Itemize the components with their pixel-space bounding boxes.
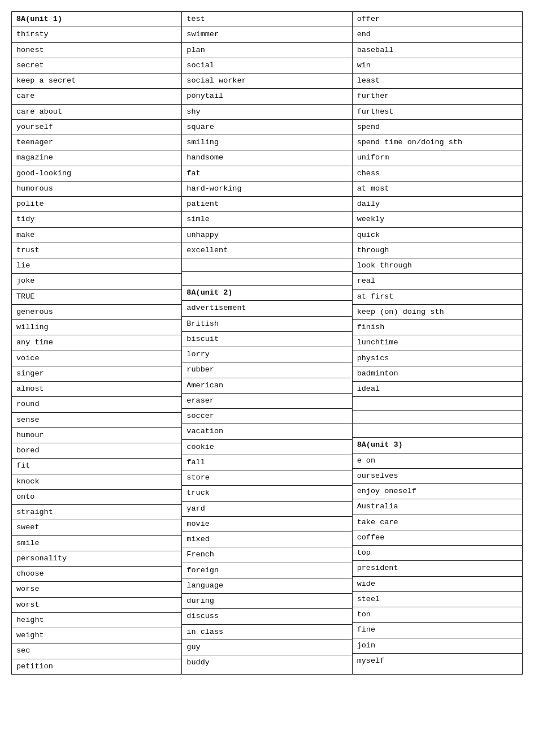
vocab-cell: physics [353, 351, 522, 366]
vocab-cell: ponytail [182, 89, 351, 104]
vocab-cell: sec [12, 643, 181, 659]
vocab-cell: round [12, 397, 181, 412]
vocab-cell: magazine [12, 150, 181, 166]
empty-cell [353, 424, 522, 438]
vocab-cell: at first [353, 290, 522, 305]
vocab-cell: tidy [12, 212, 181, 227]
vocab-cell: real [353, 274, 522, 289]
vocab-cell: singer [12, 366, 181, 382]
vocab-cell: cookie [182, 440, 351, 455]
vocab-cell: secret [12, 58, 181, 74]
vocab-cell: at most [353, 182, 522, 197]
column-1: 8A(unit 1)thirstyhonestsecretkeep a secr… [11, 11, 182, 675]
vocab-cell: end [353, 27, 522, 42]
vocab-cell: soccer [182, 409, 351, 424]
vocab-cell: teenager [12, 135, 181, 150]
vocab-cell: join [353, 638, 522, 654]
vocab-cell: least [353, 74, 522, 89]
vocab-cell: plan [182, 43, 351, 58]
vocab-cell: voice [12, 351, 181, 366]
vocab-cell: furthest [353, 105, 522, 120]
vocab-cell: myself [353, 654, 522, 668]
vocab-cell: social [182, 58, 351, 74]
vocab-cell: wide [353, 577, 522, 592]
vocab-cell: look through [353, 258, 522, 274]
section-header: 8A(unit 2) [182, 286, 351, 301]
vocab-cell: eraser [182, 394, 351, 409]
vocab-cell: fall [182, 455, 351, 470]
vocab-cell: movie [182, 517, 351, 532]
vocab-cell: through [353, 243, 522, 258]
vocab-cell: weekly [353, 212, 522, 227]
vocab-cell: excellent [182, 243, 351, 258]
vocab-cell: further [353, 89, 522, 104]
vocab-cell: height [12, 613, 181, 628]
vocab-cell: quick [353, 228, 522, 243]
vocab-cell: sense [12, 413, 181, 428]
vocab-cell: rubber [182, 362, 351, 378]
vocab-cell: win [353, 58, 522, 74]
vocab-cell: simle [182, 212, 351, 227]
vocab-cell: discuss [182, 609, 351, 624]
vocab-cell: yard [182, 502, 351, 517]
empty-cell [353, 411, 522, 424]
vocab-cell: square [182, 120, 351, 135]
vocab-cell: patient [182, 197, 351, 212]
vocab-cell: offer [353, 12, 522, 27]
vocab-cell: truck [182, 486, 351, 501]
vocab-cell: coffee [353, 530, 522, 546]
vocab-cell: American [182, 378, 351, 394]
vocab-cell: care [12, 89, 181, 104]
vocab-cell: uniform [353, 150, 522, 166]
vocab-cell: handsome [182, 150, 351, 166]
vocab-cell: ideal [353, 382, 522, 397]
vocab-cell: social worker [182, 74, 351, 89]
vocabulary-table: 8A(unit 1)thirstyhonestsecretkeep a secr… [11, 11, 523, 675]
vocab-cell: any time [12, 335, 181, 351]
vocab-cell: personality [12, 551, 181, 567]
vocab-cell: biscuit [182, 332, 351, 347]
vocab-cell: humour [12, 428, 181, 443]
vocab-cell: French [182, 547, 351, 563]
vocab-cell: steel [353, 592, 522, 607]
section-header: 8A(unit 1) [12, 12, 181, 27]
vocab-cell: baseball [353, 43, 522, 58]
column-2: testswimmerplansocialsocial workerponyta… [182, 11, 352, 675]
vocab-cell: lunchtime [353, 335, 522, 351]
vocab-cell: badminton [353, 366, 522, 382]
vocab-cell: swimmer [182, 27, 351, 42]
vocab-cell: joke [12, 274, 181, 289]
vocab-cell: ourselves [353, 469, 522, 484]
vocab-cell: lorry [182, 347, 351, 362]
vocab-cell: foreign [182, 563, 351, 578]
vocab-cell: willing [12, 320, 181, 335]
vocab-cell: onto [12, 490, 181, 505]
vocab-cell: chess [353, 166, 522, 182]
vocab-cell: enjoy oneself [353, 484, 522, 499]
vocab-cell: bored [12, 443, 181, 459]
vocab-cell: polite [12, 197, 181, 212]
vocab-cell: thirsty [12, 27, 181, 42]
vocab-cell: buddy [182, 655, 351, 670]
vocab-cell: vacation [182, 424, 351, 439]
vocab-cell: make [12, 228, 181, 243]
vocab-cell: generous [12, 305, 181, 320]
vocab-cell: petition [12, 659, 181, 674]
vocab-cell: unhappy [182, 228, 351, 243]
vocab-cell: top [353, 546, 522, 561]
vocab-cell: daily [353, 197, 522, 212]
vocab-cell: good-looking [12, 166, 181, 182]
vocab-cell: fine [353, 623, 522, 638]
vocab-cell: worst [12, 598, 181, 613]
section-header: 8A(unit 3) [353, 438, 522, 453]
vocab-cell: fit [12, 459, 181, 474]
vocab-cell: honest [12, 43, 181, 58]
vocab-cell: weight [12, 628, 181, 643]
vocab-cell: smile [12, 536, 181, 551]
vocab-cell: hard-working [182, 182, 351, 197]
column-3: offerendbaseballwinleastfurtherfurthests… [353, 11, 523, 675]
vocab-cell: spend [353, 120, 522, 135]
vocab-cell: almost [12, 382, 181, 397]
vocab-cell: guy [182, 640, 351, 655]
empty-cell [182, 258, 351, 272]
